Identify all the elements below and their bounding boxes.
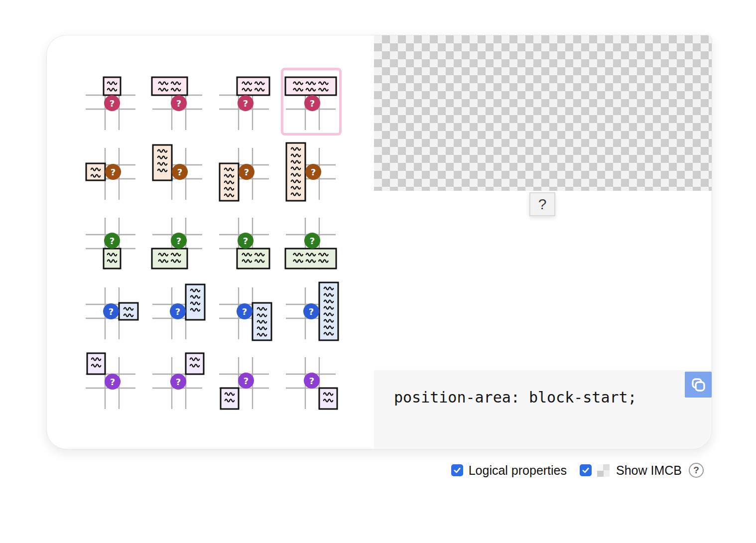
option-inline-start-span-all[interactable]: ?	[283, 140, 339, 203]
option-inline-start-span-block-end[interactable]: ?	[217, 140, 272, 203]
option-diagram: ?	[217, 140, 272, 203]
option-diagram: ?	[217, 70, 272, 133]
svg-text:?: ?	[311, 167, 316, 177]
svg-text:?: ?	[176, 236, 181, 246]
option-corners-block-end-inline-end[interactable]: ?	[283, 349, 339, 412]
option-diagram: ?	[283, 140, 339, 203]
option-diagram: ?	[83, 349, 139, 412]
option-corners-block-start-inline-start[interactable]: ?	[83, 349, 139, 412]
svg-text:?: ?	[110, 98, 115, 109]
svg-text:?: ?	[175, 306, 180, 317]
svg-text:?: ?	[242, 306, 247, 317]
option-block-start-span-all[interactable]: ?	[283, 70, 339, 133]
option-inline-end-span-all[interactable]: ?	[283, 279, 339, 342]
option-diagram: ?	[83, 140, 139, 203]
svg-text:?: ?	[110, 377, 115, 387]
option-diagram: ?	[283, 349, 339, 412]
option-block-start-center[interactable]: ?	[83, 70, 139, 133]
svg-text:?: ?	[177, 167, 182, 177]
option-diagram: ?	[150, 210, 206, 272]
svg-text:?: ?	[310, 98, 315, 109]
bottom-controls: Logical properties Show IMCB ?	[451, 462, 704, 478]
option-block-end-span-inline-end[interactable]: ?	[217, 210, 272, 272]
option-inline-start-span-block-start[interactable]: ?	[150, 140, 206, 203]
show-imcb-label: Show IMCB	[616, 463, 682, 478]
svg-text:?: ?	[244, 167, 249, 177]
svg-text:?: ?	[243, 236, 248, 246]
transparency-checker-icon	[597, 464, 610, 477]
anchor-element: ?	[529, 192, 555, 216]
imcb-checkerboard: Hello, I am the positioned element!	[374, 35, 712, 191]
option-corners-block-start-inline-end[interactable]: ?	[150, 349, 206, 412]
svg-text:?: ?	[309, 306, 314, 317]
option-diagram: ?	[217, 349, 272, 412]
page: { "preview": { "positioned_element_text"…	[0, 0, 756, 543]
option-corners-block-end-inline-start[interactable]: ?	[217, 349, 272, 412]
option-block-end-center[interactable]: ?	[83, 210, 139, 272]
option-diagram: ?	[283, 279, 339, 342]
option-diagram: ?	[217, 279, 272, 342]
option-diagram: ?	[83, 279, 139, 342]
code-panel: position-area: block-start;	[374, 370, 712, 449]
checkmark-icon	[581, 466, 590, 475]
position-area-tool-card: ???????????????????? Hello, I am the pos…	[46, 35, 712, 449]
svg-text:?: ?	[309, 376, 314, 386]
copy-button[interactable]	[685, 372, 712, 398]
option-diagram: ?	[83, 70, 139, 133]
svg-text:?: ?	[176, 377, 181, 387]
option-block-start-span-inline-end[interactable]: ?	[217, 70, 272, 133]
option-diagram: ?	[283, 210, 339, 272]
css-code-text: position-area: block-start;	[394, 389, 637, 406]
logical-properties-label: Logical properties	[469, 463, 567, 478]
svg-text:?: ?	[111, 167, 116, 177]
show-imcb-checkbox[interactable]	[580, 464, 592, 476]
checkmark-icon	[453, 466, 462, 475]
option-block-end-span-all[interactable]: ?	[283, 210, 339, 272]
logical-properties-checkbox[interactable]	[451, 464, 463, 476]
option-diagram: ?	[83, 210, 139, 272]
option-inline-end-center[interactable]: ?	[83, 279, 139, 342]
option-diagram: ?	[150, 140, 206, 203]
svg-text:?: ?	[244, 376, 249, 386]
option-block-start-span-inline-start[interactable]: ?	[150, 70, 206, 133]
svg-text:?: ?	[243, 98, 248, 109]
position-area-options-grid: ????????????????????	[83, 70, 339, 412]
svg-text:?: ?	[110, 236, 115, 246]
option-diagram: ?	[150, 279, 206, 342]
svg-text:?: ?	[109, 306, 114, 317]
svg-text:?: ?	[176, 98, 181, 109]
option-inline-end-span-block-start[interactable]: ?	[150, 279, 206, 342]
option-inline-end-span-block-end[interactable]: ?	[217, 279, 272, 342]
copy-icon	[690, 377, 706, 393]
option-block-end-span-inline-start[interactable]: ?	[150, 210, 206, 272]
option-diagram: ?	[150, 349, 206, 412]
svg-text:?: ?	[310, 236, 315, 246]
option-diagram: ?	[217, 210, 272, 272]
option-inline-start-center[interactable]: ?	[83, 140, 139, 203]
option-diagram: ?	[150, 70, 206, 133]
help-icon[interactable]: ?	[689, 463, 704, 478]
option-diagram: ?	[283, 70, 339, 133]
